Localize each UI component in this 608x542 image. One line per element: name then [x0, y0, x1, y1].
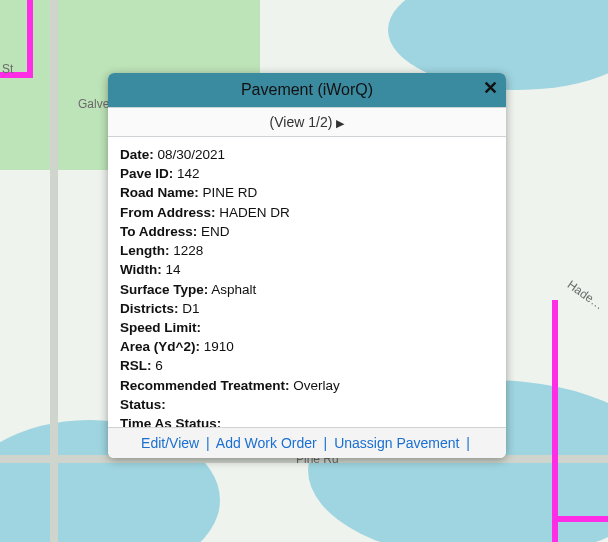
field-value: 142 — [173, 166, 199, 181]
field-label: Width: — [120, 262, 162, 277]
field-row: Time As Status: — [120, 415, 492, 427]
field-row: Width: 14 — [120, 261, 492, 279]
popup-header: Pavement (iWorQ) ✕ — [108, 73, 506, 107]
field-value: 1228 — [170, 243, 204, 258]
field-label: Length: — [120, 243, 170, 258]
edit-view-link[interactable]: Edit/View — [141, 435, 199, 451]
field-value: Asphalt — [208, 282, 256, 297]
field-row: Status: — [120, 396, 492, 414]
field-row: Pave ID: 142 — [120, 165, 492, 183]
field-value: END — [197, 224, 229, 239]
map-label-hadens: Hade… — [565, 278, 606, 313]
field-value: HADEN DR — [216, 205, 290, 220]
separator: | — [203, 435, 213, 451]
field-label: Date: — [120, 147, 154, 162]
map-highlighted-segment — [27, 0, 33, 75]
field-row: Speed Limit: — [120, 319, 492, 337]
field-row: Road Name: PINE RD — [120, 184, 492, 202]
map-highlighted-segment — [552, 516, 608, 522]
field-row: Length: 1228 — [120, 242, 492, 260]
field-row: To Address: END — [120, 223, 492, 241]
field-value: 14 — [162, 262, 181, 277]
field-label: Districts: — [120, 301, 179, 316]
field-label: Recommended Treatment: — [120, 378, 290, 393]
separator: | — [321, 435, 331, 451]
field-row: Date: 08/30/2021 — [120, 146, 492, 164]
field-label: RSL: — [120, 358, 152, 373]
popup-footer: Edit/View | Add Work Order | Unassign Pa… — [108, 427, 506, 458]
field-value: 08/30/2021 — [154, 147, 225, 162]
field-value: PINE RD — [199, 185, 258, 200]
field-row: Area (Yd^2): 1910 — [120, 338, 492, 356]
field-value: 1910 — [200, 339, 234, 354]
field-label: Time As Status: — [120, 416, 221, 427]
field-row: Surface Type: Asphalt — [120, 281, 492, 299]
map-label-st: St — [2, 62, 13, 76]
field-label: Pave ID: — [120, 166, 173, 181]
field-label: Status: — [120, 397, 166, 412]
map-road — [50, 0, 58, 542]
popup-title: Pavement (iWorQ) — [241, 81, 373, 98]
field-label: From Address: — [120, 205, 216, 220]
add-work-order-link[interactable]: Add Work Order — [216, 435, 317, 451]
field-row: Districts: D1 — [120, 300, 492, 318]
map-highlighted-segment — [552, 300, 558, 542]
field-label: Road Name: — [120, 185, 199, 200]
field-label: Area (Yd^2): — [120, 339, 200, 354]
field-label: To Address: — [120, 224, 197, 239]
field-row: RSL: 6 — [120, 357, 492, 375]
unassign-pavement-link[interactable]: Unassign Pavement — [334, 435, 459, 451]
field-row: From Address: HADEN DR — [120, 204, 492, 222]
pager-text: (View 1/2) — [270, 114, 333, 130]
field-label: Speed Limit: — [120, 320, 201, 335]
pavement-popup: Pavement (iWorQ) ✕ (View 1/2)▶ Date: 08/… — [108, 73, 506, 458]
field-value: D1 — [179, 301, 200, 316]
field-value: 6 — [152, 358, 163, 373]
chevron-right-icon: ▶ — [336, 117, 344, 130]
field-value: Overlay — [290, 378, 340, 393]
close-icon[interactable]: ✕ — [483, 79, 498, 97]
popup-body[interactable]: Date: 08/30/2021Pave ID: 142Road Name: P… — [108, 137, 506, 427]
field-row: Recommended Treatment: Overlay — [120, 377, 492, 395]
separator: | — [463, 435, 473, 451]
field-label: Surface Type: — [120, 282, 208, 297]
popup-pager[interactable]: (View 1/2)▶ — [108, 107, 506, 137]
